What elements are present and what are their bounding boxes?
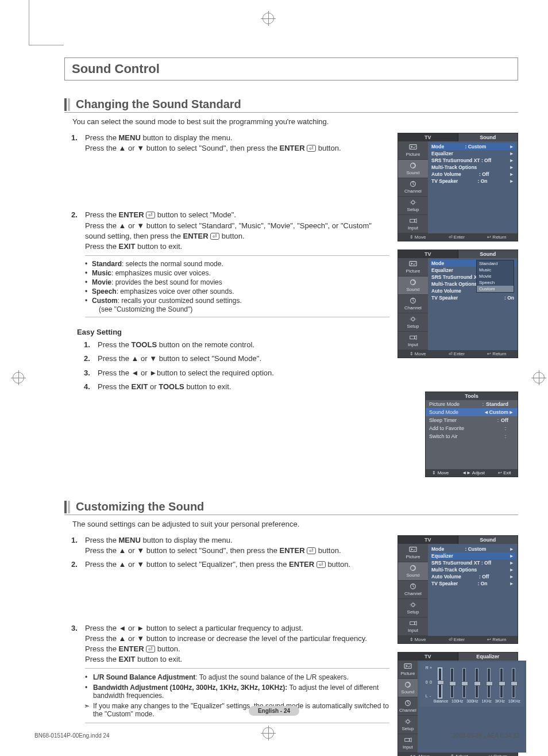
tools-label: Sleep Timer [429, 417, 495, 423]
channel-icon [404, 700, 412, 707]
picture-icon [409, 144, 417, 151]
osd-hint: ◄► Move [408, 754, 430, 756]
eq-band-label: 10KHz [508, 699, 520, 703]
eq-thumb [499, 681, 505, 686]
channel-icon [409, 181, 417, 187]
chevron-right-icon: ► [510, 581, 514, 586]
osd-option: Speech [477, 279, 514, 286]
osd-tab: TV [398, 536, 458, 544]
eq-slider [447, 668, 456, 698]
eq-slider [435, 668, 444, 698]
eq-thumb [437, 680, 444, 685]
osd-option: Movie [477, 273, 514, 279]
eq-thumb [461, 681, 468, 686]
bullet-list: Standard: selects the normal sound mode.… [85, 255, 389, 317]
osd-sound-menu: TVSoundPictureSoundChannelSetupInputMode… [398, 133, 518, 241]
enter-icon: ⏎ [317, 561, 326, 568]
osd-nav-label: Picture [406, 152, 420, 157]
chevron-left-icon: : [480, 401, 486, 407]
step-text: Press the ENTER ⏎ button to select "Mode… [85, 210, 389, 220]
osd-menu-item: SRS TruSurround XT : Off► [430, 559, 515, 566]
imposition-file: BN68-01514P-00Eng.indd 24 [34, 732, 110, 739]
bullet-item: Standard: selects the normal sound mode. [85, 259, 389, 268]
osd-nav-item: Channel [398, 295, 428, 313]
osd-item-value: : On [477, 581, 487, 586]
osd-nav-label: Sound [406, 170, 419, 175]
picture-icon [409, 260, 417, 267]
osd-nav-label: Setup [402, 726, 414, 731]
chevron-right-icon: ► [510, 560, 514, 566]
osd-hint: ↩ Return [488, 754, 507, 756]
step-text: Press the ◄ or ►button to select the req… [98, 369, 274, 377]
step-text: Press the TOOLS button on the remote con… [98, 340, 254, 349]
eq-band-label: Balance [434, 699, 448, 703]
osd-nav-item: Channel [398, 581, 428, 599]
tools-row: Switch to Air: [426, 432, 518, 440]
osd-item-value: : Off [479, 171, 489, 177]
tools-row: Add to Favorite: [426, 424, 518, 432]
step-number: 2. [84, 354, 90, 364]
osd-menu-item: SRS TruSurround XT : Off► [430, 157, 515, 164]
tools-value: Standard [486, 401, 508, 407]
osd-pane: Mode:Equalizer:SRS TruSurround XT:Multi-… [428, 258, 518, 350]
sound-icon [409, 162, 417, 169]
osd-hint: ◄► Adjust [462, 470, 485, 475]
step-item: 1.Press the MENU button to display the m… [64, 535, 389, 556]
enter-icon: ⏎ [307, 547, 316, 554]
osd-item-label: Auto Volume [431, 171, 461, 177]
osd-nav-item: Picture [398, 258, 428, 277]
picture-icon [404, 663, 412, 670]
osd-nav-item: Setup [398, 197, 428, 215]
enter-icon: ⏎ [146, 646, 155, 653]
chapter-heading: Sound Control [64, 57, 518, 80]
setup-icon [404, 718, 412, 725]
step-item: 1.Press the MENU button to display the m… [64, 133, 389, 153]
step-number: 2. [71, 210, 78, 220]
osd-nav-item: Sound [398, 679, 418, 697]
step-number: 3. [71, 623, 78, 634]
osd-nav-label: Input [403, 745, 413, 750]
svg-rect-5 [410, 219, 415, 222]
osd-nav: PictureSoundChannelSetupInput [398, 141, 428, 233]
osd-footer: ⇕ Move⏎ Enter↩ Return [398, 233, 518, 241]
step-text: Press the ◄ or ► button to select a part… [85, 623, 389, 634]
osd-nav-item: Channel [398, 697, 418, 716]
osd-nav-item: Input [398, 332, 428, 350]
eq-slider [497, 668, 505, 698]
osd-item-label: SRS TruSurround XT [431, 274, 480, 280]
osd-item-label: Mode [431, 260, 444, 266]
chevron-right-icon: ► [510, 574, 514, 580]
osd-nav-item: Picture [398, 141, 428, 160]
osd-hint: ⏎ Enter [449, 235, 465, 240]
tools-label: Sound Mode [429, 409, 484, 415]
heading-bars-icon [64, 98, 70, 111]
step-item: 4.Press the EXIT or TOOLS button to exit… [77, 382, 389, 392]
osd-item-label: Auto Volume [431, 574, 461, 580]
osd-menu-item: Auto Volume: Off► [430, 171, 515, 178]
chevron-left-icon: : [503, 433, 508, 439]
step-text: Press the ▲ or ▼ button to select "Sound… [85, 143, 389, 153]
osd-hint: ⏎ Enter [449, 351, 465, 356]
step-number: 4. [84, 382, 90, 392]
svg-rect-23 [405, 738, 410, 741]
setup-icon [409, 316, 417, 323]
osd-item-label: TV Speaker [431, 581, 458, 586]
osd-nav-label: Channel [404, 189, 422, 194]
tools-value: Custom [489, 409, 509, 415]
osd-option: Standard [477, 260, 514, 267]
chevron-right-icon: ► [510, 171, 514, 177]
osd-nav-label: Setup [407, 609, 419, 615]
sound-icon [404, 681, 412, 688]
osd-nav-label: Picture [406, 554, 420, 559]
input-icon [409, 217, 417, 224]
osd-nav: PictureSoundChannelSetupInput [398, 544, 428, 636]
section-title: Changing the Sound Standard [76, 98, 241, 111]
eq-thumb [449, 681, 456, 686]
osd-nav-label: Sound [406, 287, 419, 292]
page-number-badge: English - 24 [249, 706, 299, 716]
osd-nav-item: Setup [398, 599, 428, 617]
section-title: Customizing the Sound [76, 500, 204, 513]
osd-hint: ↩ Return [487, 351, 506, 356]
chevron-right-icon: ► [508, 409, 514, 415]
osd-item-value: : On [477, 178, 487, 184]
